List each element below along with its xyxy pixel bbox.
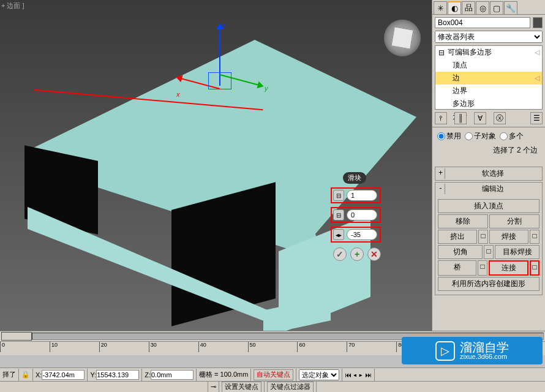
caddy-input-3[interactable] (347, 229, 377, 240)
caddy-controls: 滑块 ⊟ ⊟ ◂▸ ✓ + ✕ (331, 172, 381, 261)
extrude-settings-button[interactable]: □ (478, 230, 488, 244)
tab-utilities[interactable]: 🔧 (504, 1, 517, 15)
target-weld-button[interactable]: 目标焊接 (495, 245, 539, 259)
watermark-url: zixue.3d66.com (460, 353, 509, 360)
edit-edges-rollout[interactable]: -编辑边 (435, 183, 542, 195)
preview-subobj-radio[interactable] (465, 132, 473, 140)
remove-button[interactable]: 移除 (438, 214, 488, 228)
viewcube[interactable] (384, 20, 421, 56)
key-filter-button[interactable]: 关键点过滤器 (267, 382, 314, 393)
object-name-input[interactable] (435, 17, 530, 28)
set-key-button[interactable]: 设置关键点 (222, 382, 261, 393)
chamfer-settings-button[interactable]: □ (484, 245, 494, 259)
axis-z-label: z (222, 22, 225, 29)
axis-y-label: y (265, 85, 268, 92)
slide-icon[interactable]: ◂▸ (333, 229, 344, 240)
tab-motion[interactable]: ◎ (476, 1, 489, 15)
pinch-icon[interactable]: ⊟ (333, 209, 344, 221)
lock-icon[interactable]: 🔒 (19, 369, 33, 381)
key-mode-select[interactable]: 选定对象 (299, 369, 339, 380)
tab-create[interactable]: ✳ (434, 1, 447, 15)
stack-edge[interactable]: 边◁ (435, 72, 542, 85)
bridge-settings-button[interactable]: □ (478, 260, 487, 276)
caddy-input-1[interactable] (347, 190, 377, 201)
caddy-title: 滑块 (343, 172, 366, 184)
tab-modify[interactable]: ◐ (448, 1, 461, 15)
soft-selection-rollout[interactable]: +软选择 (435, 167, 542, 180)
chamfer-button[interactable]: 切角 (438, 245, 483, 259)
connect-button[interactable]: 连接 (489, 260, 528, 276)
command-panel-tabs: ✳ ◐ 品 ◎ ▢ 🔧 (432, 0, 545, 15)
remove-modifier-button[interactable]: ⓧ (494, 112, 506, 124)
tab-hierarchy[interactable]: 品 (462, 1, 475, 15)
command-panel: ✳ ◐ 品 ◎ ▢ 🔧 修改器列表 ⊟可编辑多边形◁ 顶点 边◁ 边界 多边形 … (432, 0, 545, 331)
y-coord-input[interactable] (96, 370, 139, 380)
z-coord-input[interactable] (151, 370, 194, 380)
create-shape-button[interactable]: 利用所选内容创建图形 (438, 277, 539, 291)
tab-display[interactable]: ▢ (490, 1, 503, 15)
preview-off-radio[interactable] (437, 132, 445, 140)
watermark-brand: 溜溜自学 (460, 341, 509, 353)
extrude-button[interactable]: 挤出 (438, 230, 477, 244)
modifier-stack[interactable]: ⊟可编辑多边形◁ 顶点 边◁ 边界 多边形 元素 (435, 45, 543, 110)
make-unique-button[interactable]: ∀ (474, 112, 486, 124)
pin-stack-button[interactable]: ⫯ (435, 112, 447, 124)
axis-x-label: x (176, 91, 180, 98)
playback-controls[interactable]: ⏮ ◀ ▶ ⏭ (342, 369, 374, 381)
modifier-list-dropdown[interactable]: 修改器列表 (435, 31, 543, 43)
caddy-ok-button[interactable]: ✓ (333, 247, 347, 261)
object-color-swatch[interactable] (533, 17, 543, 28)
x-coord-input[interactable] (42, 370, 85, 380)
grid-info: 栅格 = 100.0mm (197, 369, 251, 381)
weld-settings-button[interactable]: □ (530, 230, 539, 244)
configure-sets-button[interactable]: ☰ (530, 112, 543, 124)
insert-vertex-button[interactable]: 插入顶点 (438, 199, 539, 213)
status-bar-2: ⊸ 设置关键点 关键点过滤器 (0, 381, 545, 392)
weld-button[interactable]: 焊接 (489, 230, 528, 244)
bridge-button[interactable]: 桥 (438, 260, 476, 276)
show-result-button[interactable]: ║ (454, 112, 467, 124)
watermark: ▷ 溜溜自学 zixue.3d66.com (402, 337, 543, 364)
selection-info: 选择了 2 个边 (435, 143, 543, 158)
caddy-input-2[interactable] (347, 209, 377, 221)
auto-key-button[interactable]: 自动关键点 (254, 369, 293, 380)
split-button[interactable]: 分割 (489, 214, 539, 228)
selection-status: 择了 (0, 369, 19, 381)
3d-viewport[interactable]: + 边面 ] z x y 滑块 ⊟ (0, 0, 432, 331)
segments-icon[interactable]: ⊟ (333, 190, 344, 201)
stack-root[interactable]: 可编辑多边形 (448, 47, 492, 58)
play-icon: ▷ (435, 341, 455, 361)
connect-settings-button[interactable]: □ (530, 260, 539, 276)
stack-vertex[interactable]: 顶点 (435, 59, 542, 72)
stack-border[interactable]: 边界 (435, 85, 542, 97)
caddy-add-button[interactable]: + (350, 247, 364, 261)
status-bar: 择了 🔒 X: Y: Z: 栅格 = 100.0mm 自动关键点 选定对象 ⏮ … (0, 368, 545, 381)
time-slider-thumb[interactable] (1, 332, 32, 341)
caddy-cancel-button[interactable]: ✕ (367, 247, 381, 261)
move-gizmo[interactable]: z x y (171, 24, 269, 104)
stack-polygon[interactable]: 多边形 (435, 97, 542, 110)
preview-multi-radio[interactable] (500, 132, 508, 140)
